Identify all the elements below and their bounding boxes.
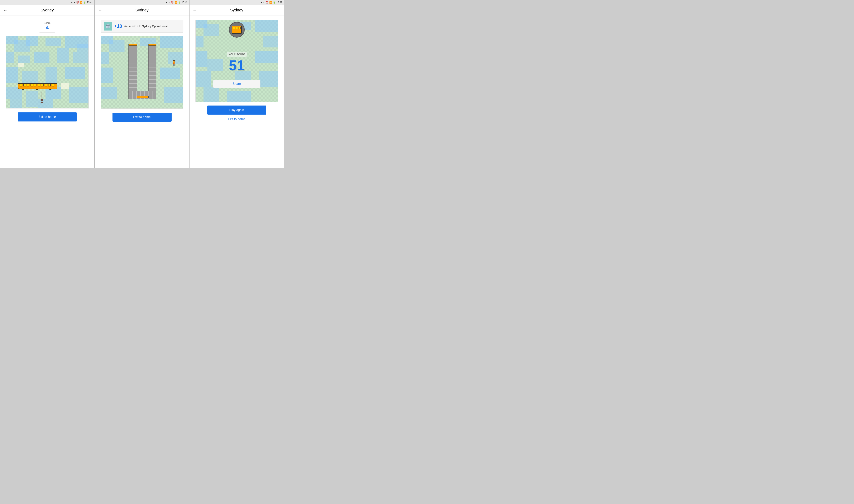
water-tile [101, 68, 113, 83]
achievement-text: +10 You made it to Sydney Opera House! [114, 23, 169, 29]
exit-button-2[interactable]: Exit to home [112, 113, 172, 122]
opera-house-icon: 🏛️ [104, 22, 112, 31]
location-icon-3: ● [261, 1, 262, 3]
water-tile [34, 52, 50, 64]
screen2-content: 🏛️ +10 You made it to Sydney Opera House… [95, 16, 189, 168]
screen1-content: Score 4 [0, 16, 94, 168]
water-tile [57, 48, 69, 64]
status-time-3: 13:42 [276, 1, 282, 4]
page-title-1: Sydney [11, 8, 84, 13]
water-tile [6, 67, 18, 83]
alarm-icon: ⏰ [76, 1, 79, 4]
water-tile [77, 44, 89, 52]
battery-icon-2: 🔋 [178, 1, 181, 4]
exit-link-3[interactable]: Exit to home [228, 117, 245, 121]
phone-screen-2: ● ▲ ⏰ 📶 🔋 13:42 ← Sydney 🏛️ +10 You made… [95, 0, 189, 168]
status-bar-3: ● ▲ ⏰ 📶 🔋 13:42 [190, 0, 284, 5]
wifi-icon-3: 📶 [269, 1, 272, 4]
achievement-points: +10 [114, 23, 122, 29]
share-button[interactable]: Share [213, 80, 260, 88]
water-tile [164, 87, 184, 103]
water-tile [6, 52, 14, 64]
final-game-canvas: Your score 51 Share [195, 20, 278, 102]
water-tile [22, 71, 38, 83]
status-time-2: 13:42 [181, 1, 188, 4]
final-score-number: 51 [229, 58, 244, 72]
back-button-1[interactable]: ← [3, 8, 7, 13]
battery-icon: 🔋 [83, 1, 86, 4]
signal-icon: ▲ [73, 1, 75, 3]
wifi-icon: 📶 [80, 1, 83, 4]
water-tile [73, 52, 89, 64]
snake-bottom [128, 91, 156, 99]
achievement-banner: 🏛️ +10 You made it to Sydney Opera House… [101, 20, 184, 33]
final-score-overlay: Your score 51 Share [196, 20, 278, 102]
game-canvas-1 [6, 36, 89, 108]
play-again-button[interactable]: Play again [207, 106, 266, 114]
water-tile [101, 87, 117, 99]
water-tile [10, 99, 22, 108]
water-tile [101, 52, 109, 64]
location-icon: ● [71, 1, 72, 3]
water-tile [46, 38, 61, 46]
exit-button-1[interactable]: Exit to home [18, 112, 77, 122]
water-tile [69, 87, 89, 103]
water-tile [160, 68, 180, 79]
phone-screen-3: ● ▲ ⏰ 📶 🔋 13:42 ← Sydney [190, 0, 284, 168]
status-icons-3: ● ▲ ⏰ 📶 🔋 13:42 [261, 1, 282, 4]
status-icons-1: ● ▲ ⏰ 📶 🔋 13:41 [71, 1, 93, 4]
snake-left-vertical [128, 44, 136, 91]
water-tile [38, 99, 53, 108]
water-tile [18, 55, 30, 64]
street-lamp [40, 92, 43, 103]
back-button-3[interactable]: ← [193, 8, 197, 13]
wifi-icon-2: 📶 [175, 1, 177, 4]
status-time-1: 13:41 [87, 1, 93, 4]
screen3-content: Your score 51 Share Play again Exit to h… [190, 16, 284, 168]
signal-icon-3: ▲ [263, 1, 265, 3]
terrain-patch [61, 83, 69, 89]
achievement-description: You made it to Sydney Opera House! [124, 24, 169, 28]
top-bar-2: ← Sydney [95, 5, 189, 16]
page-title-2: Sydney [105, 8, 178, 13]
game-canvas-2: 🧍 [101, 36, 184, 109]
terrain-patch [18, 64, 24, 67]
phone-screen-1: ● ▲ ⏰ 📶 🔋 13:41 ← Sydney Score 4 [0, 0, 94, 168]
signal-icon-2: ▲ [168, 1, 170, 3]
alarm-icon-2: ⏰ [171, 1, 174, 4]
top-bar-3: ← Sydney [190, 5, 284, 16]
water-tile [160, 36, 184, 48]
character-figure: 🧍 [170, 60, 177, 66]
water-tile [26, 91, 38, 107]
train-body [18, 83, 57, 90]
score-label: Score [44, 21, 51, 24]
page-title-3: Sydney [200, 8, 273, 13]
battery-icon-3: 🔋 [273, 1, 276, 4]
back-button-2[interactable]: ← [98, 8, 102, 13]
snake-right-vertical [148, 44, 156, 91]
water-tile [46, 67, 57, 83]
alarm-icon-3: ⏰ [266, 1, 268, 4]
final-score-label: Your score [227, 52, 247, 57]
location-icon-2: ● [166, 1, 167, 3]
top-bar-1: ← Sydney [0, 5, 94, 16]
water-tile [26, 36, 38, 46]
score-box: Score 4 [39, 20, 55, 33]
status-bar-2: ● ▲ ⏰ 📶 🔋 13:42 [95, 0, 189, 5]
status-bar-1: ● ▲ ⏰ 📶 🔋 13:41 [0, 0, 94, 5]
water-tile [109, 40, 124, 52]
score-value: 4 [44, 24, 51, 31]
water-tile [65, 67, 85, 79]
status-icons-2: ● ▲ ⏰ 📶 🔋 13:42 [166, 1, 188, 4]
